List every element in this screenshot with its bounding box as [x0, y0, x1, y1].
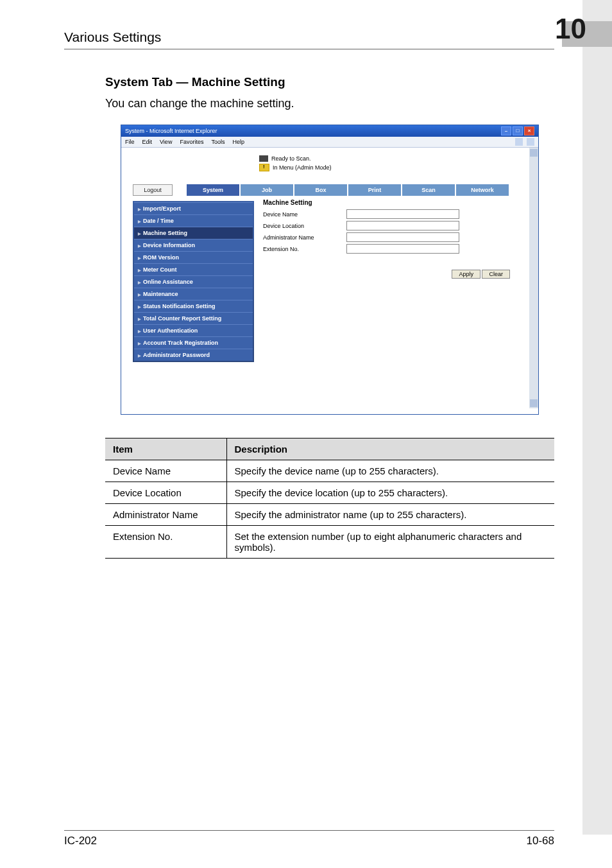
sidebar-item-device-info[interactable]: Device Information	[134, 239, 253, 251]
menu-tools[interactable]: Tools	[211, 137, 225, 147]
tab-system[interactable]: System	[187, 184, 239, 196]
apply-button[interactable]: Apply	[452, 270, 480, 279]
sidebar-item-maintenance[interactable]: Maintenance	[134, 288, 253, 300]
sidebar-item-status-notif[interactable]: Status Notification Setting	[134, 300, 253, 312]
cell-desc: Specify the administrator name (up to 25…	[226, 504, 554, 526]
sidebar-item-meter-count[interactable]: Meter Count	[134, 263, 253, 275]
windows-flag-icon	[527, 138, 534, 146]
input-admin-name[interactable]	[346, 232, 459, 242]
tab-box[interactable]: Box	[294, 184, 347, 196]
chapter-number: 10	[555, 13, 586, 45]
sidebar-item-machine-setting[interactable]: Machine Setting	[134, 227, 253, 239]
sidebar-item-acct-track[interactable]: Account Track Registration	[134, 336, 253, 349]
warning-icon	[259, 164, 269, 171]
menu-file[interactable]: File	[125, 137, 135, 147]
toolbar-icon[interactable]	[515, 138, 523, 146]
cell-item: Device Name	[105, 460, 226, 482]
sidebar-item-total-counter[interactable]: Total Counter Report Setting	[134, 312, 253, 324]
label-admin-name: Administrator Name	[263, 234, 346, 241]
menu-favorites[interactable]: Favorites	[180, 137, 203, 147]
description-table: Item Description Device Name Specify the…	[105, 438, 554, 559]
cell-desc: Specify the device name (up to 255 chara…	[226, 460, 554, 482]
sidebar-item-admin-password[interactable]: Administrator Password	[134, 349, 253, 361]
form-title: Machine Setting	[263, 199, 529, 206]
tab-print[interactable]: Print	[348, 184, 401, 196]
label-device-name: Device Name	[263, 211, 346, 218]
section-heading: System Tab — Machine Setting	[105, 75, 554, 89]
input-device-name[interactable]	[346, 209, 459, 219]
browser-window: System - Microsoft Internet Explorer – □…	[121, 125, 539, 415]
minimize-icon[interactable]: –	[501, 126, 511, 135]
cell-desc: Set the extension number (up to eight al…	[226, 526, 554, 559]
maximize-icon[interactable]: □	[513, 126, 523, 135]
page-title: Various Settings	[64, 30, 161, 45]
section-lead: You can change the machine setting.	[105, 97, 554, 110]
table-header-item: Item	[105, 438, 226, 460]
label-extension-no: Extension No.	[263, 246, 346, 252]
scroll-down-icon[interactable]	[530, 399, 538, 407]
menu-view[interactable]: View	[160, 137, 172, 147]
cell-item: Device Location	[105, 482, 226, 504]
table-row: Extension No. Set the extension number (…	[105, 526, 554, 559]
form-area: Machine Setting Device Name Device Locat…	[254, 196, 538, 362]
tab-scan[interactable]: Scan	[402, 184, 455, 196]
chapter-tab	[582, 0, 612, 835]
sidebar: Import/Export Date / Time Machine Settin…	[133, 201, 254, 362]
sidebar-item-import-export[interactable]: Import/Export	[134, 202, 253, 214]
menu-edit[interactable]: Edit	[142, 137, 153, 147]
cell-desc: Specify the device location (up to 255 c…	[226, 482, 554, 504]
page-footer: IC-202 10-68	[64, 830, 554, 847]
clear-button[interactable]: Clear	[482, 270, 510, 279]
sidebar-item-user-auth[interactable]: User Authentication	[134, 324, 253, 336]
cell-item: Extension No.	[105, 526, 226, 559]
status-admin: In Menu (Admin Mode)	[273, 164, 332, 171]
menu-help[interactable]: Help	[232, 137, 244, 147]
cell-item: Administrator Name	[105, 504, 226, 526]
label-device-location: Device Location	[263, 223, 346, 229]
status-area: Ready to Scan. In Menu (Admin Mode)	[259, 155, 538, 171]
input-device-location[interactable]	[346, 221, 459, 230]
top-tabs: Logout System Job Box Print Scan Network	[128, 184, 538, 196]
status-ready: Ready to Scan.	[271, 155, 311, 162]
table-row: Device Name Specify the device name (up …	[105, 460, 554, 482]
sidebar-item-date-time[interactable]: Date / Time	[134, 214, 253, 227]
footer-left: IC-202	[64, 835, 97, 847]
tab-network[interactable]: Network	[456, 184, 509, 196]
input-extension-no[interactable]	[346, 244, 459, 254]
scroll-up-icon[interactable]	[530, 149, 538, 157]
table-row: Device Location Specify the device locat…	[105, 482, 554, 504]
sidebar-item-online-assist[interactable]: Online Assistance	[134, 275, 253, 288]
table-row: Administrator Name Specify the administr…	[105, 504, 554, 526]
sidebar-item-rom-version[interactable]: ROM Version	[134, 251, 253, 263]
browser-menu-bar: File Edit View Favorites Tools Help	[121, 137, 538, 148]
browser-titlebar: System - Microsoft Internet Explorer – □…	[121, 125, 538, 137]
footer-right: 10-68	[527, 835, 554, 847]
tab-job[interactable]: Job	[241, 184, 293, 196]
close-icon[interactable]: ×	[524, 126, 534, 135]
logout-button[interactable]: Logout	[133, 184, 173, 196]
printer-icon	[259, 155, 268, 162]
browser-title: System - Microsoft Internet Explorer	[125, 125, 217, 137]
table-header-desc: Description	[226, 438, 554, 460]
scrollbar[interactable]	[529, 148, 538, 408]
